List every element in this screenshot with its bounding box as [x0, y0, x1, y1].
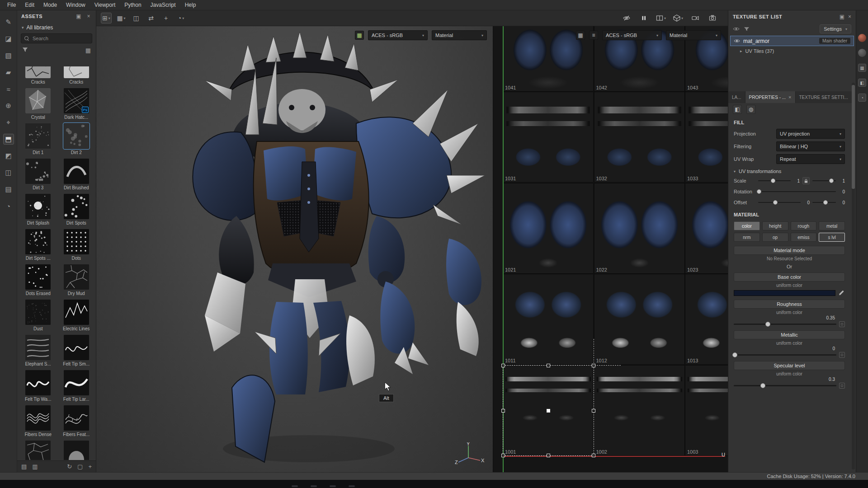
history-panel-icon[interactable]: ◔: [858, 94, 866, 102]
specular-slider[interactable]: [734, 382, 836, 389]
display-settings-tool-icon[interactable]: ◫: [3, 167, 14, 178]
asset-item[interactable]: [59, 441, 94, 460]
asset-item-electric-lines[interactable]: Electric Lines: [59, 300, 94, 332]
resources-tool-icon[interactable]: ◔: [3, 201, 14, 211]
filtering-dropdown[interactable]: Bilinear | HQ ▾: [776, 141, 845, 151]
asset-thumbnail[interactable]: [25, 264, 51, 290]
selection-handle[interactable]: [501, 409, 505, 413]
roughness-button[interactable]: Roughness: [734, 300, 845, 309]
asset-item[interactable]: [21, 441, 55, 460]
refresh-icon[interactable]: ↻: [67, 463, 72, 470]
channel-button-metal[interactable]: metal: [819, 221, 845, 230]
add-layer-button[interactable]: +: [160, 13, 171, 23]
viewport-2d[interactable]: 1041104210431031103210331021102210231011…: [493, 26, 728, 472]
asset-item-dirt-brushed[interactable]: Dirt Brushed: [59, 159, 94, 191]
asset-thumbnail[interactable]: [25, 441, 51, 460]
asset-thumbnail[interactable]: [25, 335, 51, 360]
menu-item-help[interactable]: Help: [180, 0, 201, 10]
asset-item-dirt-spots[interactable]: Dirt Spots: [59, 194, 94, 226]
channel-button-color[interactable]: color: [734, 221, 760, 230]
shader-settings-icon[interactable]: ◧: [858, 79, 866, 87]
close-tab-icon[interactable]: ×: [788, 94, 791, 100]
colorspace-dropdown-3d[interactable]: ACES - sRGB ▾: [368, 30, 428, 40]
screenshot-camera-icon[interactable]: [707, 13, 718, 23]
asset-thumbnail[interactable]: [64, 441, 89, 460]
uv-tile-1003[interactable]: 1003: [685, 365, 728, 456]
axis-gizmo[interactable]: Y X Z: [455, 442, 485, 469]
add-asset-icon[interactable]: +: [88, 463, 92, 470]
uv-tile-1021[interactable]: 1021: [503, 183, 594, 274]
asset-item-dots[interactable]: Dots: [59, 229, 94, 261]
asset-thumbnail[interactable]: [64, 66, 89, 78]
asset-item-dirt-splash[interactable]: Dirt Splash: [21, 194, 55, 226]
mirror-axis-button[interactable]: ⇄: [146, 13, 156, 23]
asset-thumbnail[interactable]: [64, 370, 89, 395]
channel-button-rough[interactable]: rough: [791, 221, 817, 230]
frame-icon[interactable]: ▢: [77, 463, 83, 470]
colorspace-dropdown-2d[interactable]: ACES - sRGB ▾: [602, 30, 662, 40]
menu-item-python[interactable]: Python: [120, 0, 146, 10]
uv-tile-1011[interactable]: 1011: [503, 274, 594, 365]
asset-thumbnail[interactable]: [64, 194, 89, 219]
asset-thumbnail[interactable]: [25, 88, 51, 113]
asset-item-fibers-dense[interactable]: Fibers Dense: [21, 405, 55, 437]
selection-handle[interactable]: [547, 364, 550, 367]
menu-item-window[interactable]: Window: [61, 0, 90, 10]
camera-icon[interactable]: [690, 13, 701, 23]
assets-grid-viewport[interactable]: CracksCracksCrystalPsDark Hatc...Dirt 1D…: [20, 66, 94, 460]
fill-icon[interactable]: ◧: [733, 105, 742, 114]
specular-mode[interactable]: uniform color: [728, 371, 850, 376]
asset-thumbnail[interactable]: [64, 335, 89, 360]
scrollbar-thumb[interactable]: [852, 85, 855, 189]
asset-thumbnail[interactable]: [64, 300, 89, 325]
filter-funnel-icon[interactable]: [22, 46, 28, 54]
roughness-mode[interactable]: uniform color: [728, 310, 850, 315]
menu-item-file[interactable]: File: [3, 0, 20, 10]
uv-tile-1022[interactable]: 1022: [594, 183, 685, 274]
uv-tile-1032[interactable]: 1032: [594, 92, 685, 183]
selection-handle[interactable]: [592, 454, 595, 457]
channel-button-height[interactable]: height: [762, 221, 788, 230]
viewport-3d[interactable]: ▦ ACES - sRGB ▾ Material ▾: [96, 26, 493, 472]
asset-item-cracks[interactable]: Cracks: [59, 66, 94, 85]
tab-properties[interactable]: PROPERTIES - ... ×: [745, 91, 796, 103]
metallic-button[interactable]: Metallic: [734, 330, 845, 339]
asset-thumbnail[interactable]: [64, 159, 89, 184]
scale-v-slider[interactable]: [812, 178, 836, 183]
projection-tool-icon[interactable]: ▧: [3, 50, 14, 61]
asset-thumbnail[interactable]: [25, 405, 51, 431]
asset-item-felt-tip-sm[interactable]: Felt Tip Sm...: [59, 335, 94, 367]
asset-item-crystal[interactable]: Crystal: [21, 88, 55, 120]
uv-tiles-row[interactable]: ▸ UV Tiles (37): [728, 46, 856, 56]
texture-set-item-mat-armor[interactable]: mat_armor Main shader: [730, 36, 854, 46]
asset-item-dirt-3[interactable]: Dirt 3: [21, 159, 55, 191]
menu-item-javascript[interactable]: JavaScript: [146, 0, 180, 10]
split-view-icon[interactable]: ▾: [656, 13, 666, 23]
uv-tile-1023[interactable]: 1023: [685, 183, 728, 274]
asset-item-fibers-feat[interactable]: Fibers Feat...: [59, 405, 94, 437]
color-picker-icon[interactable]: [838, 289, 845, 296]
shader-display-icon[interactable]: ▦: [355, 31, 364, 40]
asset-item-cracks[interactable]: Cracks: [21, 66, 55, 85]
projection-dropdown[interactable]: UV projection ▾: [776, 129, 845, 139]
paint-tool-icon[interactable]: ✎: [3, 17, 14, 28]
selection-handle[interactable]: [501, 454, 505, 457]
tab-texture-set-settings[interactable]: TEXTURE SET SETTI...: [796, 91, 852, 103]
menu-item-edit[interactable]: Edit: [20, 0, 39, 10]
asset-item-dirt-spots[interactable]: Dirt Spots ...: [21, 229, 55, 261]
asset-item-dirt-1[interactable]: Dirt 1: [21, 123, 55, 155]
asset-thumbnail[interactable]: [64, 405, 89, 431]
asset-thumbnail[interactable]: [64, 264, 89, 290]
asset-item-dust[interactable]: Dust: [21, 300, 55, 332]
asset-thumbnail[interactable]: [25, 159, 51, 184]
asset-thumbnail[interactable]: Ps: [64, 88, 89, 113]
library-selector[interactable]: ▾ All libraries: [17, 22, 96, 33]
material-picker-tool-icon[interactable]: ⌖: [3, 117, 14, 128]
material-mode-button[interactable]: Material mode: [734, 246, 845, 255]
channel-dropdown-2d[interactable]: Material ▾: [666, 30, 721, 40]
pause-engine-icon[interactable]: [638, 13, 649, 23]
asset-item-dark-hatc[interactable]: PsDark Hatc...: [59, 88, 94, 120]
offset-v-slider[interactable]: [812, 200, 836, 205]
dock-icon[interactable]: ▣: [75, 13, 82, 19]
quick-mask-tool-icon[interactable]: ◩: [3, 150, 14, 161]
